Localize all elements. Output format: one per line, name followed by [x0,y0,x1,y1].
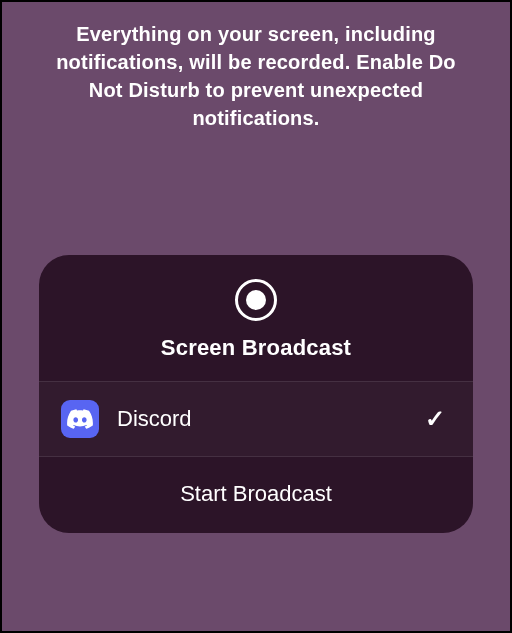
checkmark-icon: ✓ [425,405,445,433]
broadcast-panel: Screen Broadcast Discord ✓ Start Broadca… [39,255,473,533]
panel-header: Screen Broadcast [39,255,473,381]
app-row-discord[interactable]: Discord ✓ [39,382,473,456]
app-name-label: Discord [117,406,425,432]
start-broadcast-button[interactable]: Start Broadcast [39,457,473,533]
discord-icon [61,400,99,438]
panel-title: Screen Broadcast [161,335,351,361]
record-icon [235,279,277,321]
warning-message: Everything on your screen, including not… [2,2,510,132]
